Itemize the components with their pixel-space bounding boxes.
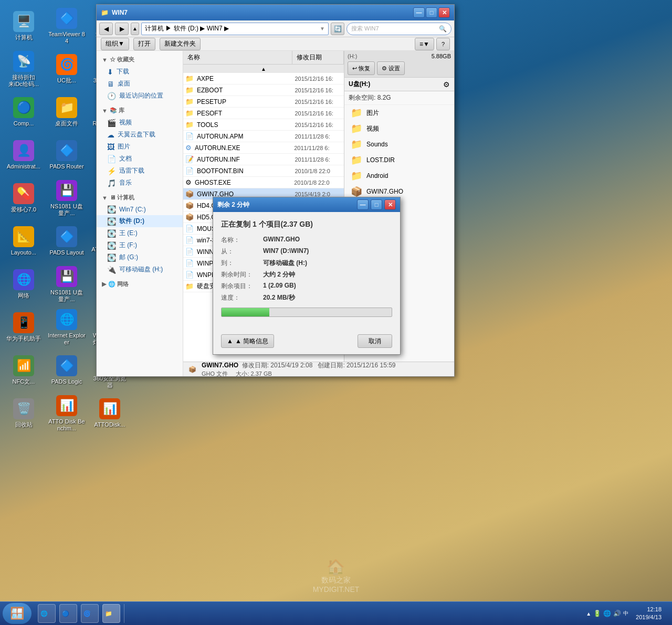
explorer-minimize-button[interactable]: — xyxy=(413,7,425,18)
explorer-maximize-button[interactable]: □ xyxy=(426,7,437,18)
up-button[interactable]: ▲ xyxy=(131,23,139,35)
taskbar-explorer-button[interactable]: 📁 xyxy=(102,604,120,623)
open-button[interactable]: 打开 xyxy=(133,38,155,50)
toggle-details-button[interactable]: ▲ ▲ 简略信息 xyxy=(221,334,274,348)
desktop-icon-ie[interactable]: 🌐 Internet Explorer xyxy=(46,306,88,348)
desktop-icon-ns1081[interactable]: 💾 NS1081 U盘量产... xyxy=(46,177,88,219)
right-panel-item-lostdir[interactable]: 📁 LOST.DIR xyxy=(344,152,454,168)
desktop-icon-pads-router[interactable]: 🔷 PADS Router xyxy=(46,134,88,176)
desktop-icon-atto[interactable]: 📊 ATTO Disk Benchm... xyxy=(46,393,88,435)
col-date-label: 修改日期 xyxy=(297,53,322,62)
col-header-date[interactable]: 修改日期 xyxy=(292,51,344,64)
desktop-icon-compat[interactable]: 🔵 Comp... xyxy=(3,91,45,133)
sidebar-item-d-drive[interactable]: 💽 软件 (D:) xyxy=(97,215,183,227)
sidebar-item-h-drive[interactable]: 🔌 可移动磁盘 (H:) xyxy=(97,263,183,276)
desktop-icon-recycle[interactable]: 🗑️ 回收站 xyxy=(3,393,45,435)
restore-label: 恢复 xyxy=(359,65,370,72)
col-name-label: 名称 xyxy=(187,53,200,62)
explorer-sidebar: ▼ ☆ 收藏夹 ⬇ 下载 🖥 桌面 🕐 最近访问的位置 xyxy=(97,51,183,376)
desktop-icon-huawei[interactable]: 📱 华为手机助手 xyxy=(3,306,45,348)
desktop-icon-aiyixin[interactable]: 💊 爱移心7.0 xyxy=(3,177,45,219)
sidebar-item-g-drive[interactable]: 💽 邮 (G:) xyxy=(97,251,183,263)
sidebar-item-thunder[interactable]: ⚡ 迅雷下载 xyxy=(97,165,183,177)
taskbar-uc-button[interactable]: 🌀 xyxy=(81,604,99,623)
desktop-icon-teamviewer2[interactable]: 🔷 TeamViewer 84 xyxy=(46,5,88,47)
file-row-tools[interactable]: 📁 TOOLS 2015/12/16 16: xyxy=(183,119,344,131)
file-row-ezboot[interactable]: 📁 EZBOOT 2015/12/16 16: xyxy=(183,84,344,96)
right-panel-item-android[interactable]: 📁 Android xyxy=(344,168,454,184)
file-row-autorun-exe[interactable]: ⚙ AUTORUN.EXE 2011/11/28 6: xyxy=(183,142,344,154)
copy-to-row: 到： 可移动磁盘 (H:) xyxy=(221,259,392,268)
desktop-icon-atto-disk2[interactable]: 📊 ATTODisk... xyxy=(89,393,131,435)
settings-button[interactable]: ⚙ 设置 xyxy=(377,61,405,75)
organize-button[interactable]: 组织▼ xyxy=(101,38,129,50)
desktop-icon-admin[interactable]: 👤 Administrat... xyxy=(3,134,45,176)
copy-dialog-maximize-button[interactable]: □ xyxy=(371,199,382,210)
scroll-up-button[interactable]: ▲ xyxy=(183,65,344,73)
start-button[interactable]: 🪟 xyxy=(3,603,32,624)
desktop-icon-teamviewer[interactable]: 📡 接待折扣来iDc给码... xyxy=(3,48,45,90)
col-header-name[interactable]: 名称 xyxy=(183,51,292,64)
sidebar-item-recent[interactable]: 🕐 最近访问的位置 xyxy=(97,90,183,102)
desktop-icon-layouto[interactable]: 📐 Layouto... xyxy=(3,220,45,262)
docs-label: 文档 xyxy=(119,154,132,163)
forward-button[interactable]: ▶ xyxy=(115,23,129,35)
file-row-autorun-apm[interactable]: 📄 AUTORUN.APM 2011/11/28 6: xyxy=(183,131,344,142)
desktop-icon-folder[interactable]: 📁 桌面文件 xyxy=(46,91,88,133)
network-nav-header[interactable]: ▶ 🌐 网络 xyxy=(97,278,183,290)
tray-hide-icon[interactable]: ▲ xyxy=(586,611,591,617)
restore-button[interactable]: ↩ 恢复 xyxy=(348,61,375,75)
copy-remaining-row: 剩余项目： 1 (2.09 GB) xyxy=(221,282,392,291)
sidebar-item-e-drive[interactable]: 💽 王 (E:) xyxy=(97,227,183,239)
file-row-pesoft[interactable]: 📁 PESOFT 2015/12/16 16: xyxy=(183,108,344,119)
search-bar[interactable]: 搜索 WIN7 🔍 xyxy=(346,23,452,35)
desktop-nav-icon: 🖥 xyxy=(107,80,114,88)
sidebar-item-music[interactable]: 🎵 音乐 xyxy=(97,177,183,189)
desktop-icon-computer[interactable]: 🖥️ 计算机 xyxy=(3,5,45,47)
sidebar-item-download[interactable]: ⬇ 下载 xyxy=(97,66,183,78)
views-button[interactable]: ≡▼ xyxy=(415,38,434,50)
copy-dialog-minimize-button[interactable]: — xyxy=(357,199,369,210)
sidebar-item-desktop[interactable]: 🖥 桌面 xyxy=(97,78,183,90)
library-header[interactable]: ▼ 📚 库 xyxy=(97,104,183,116)
favorites-header[interactable]: ▼ ☆ 收藏夹 xyxy=(97,54,183,66)
desktop-icon-nfc[interactable]: 📶 NFC文... xyxy=(3,349,45,391)
file-date-bootfont: 2010/1/8 22:0 xyxy=(295,168,342,174)
right-panel-item-sounds[interactable]: 📁 Sounds xyxy=(344,136,454,152)
tray-volume-icon[interactable]: 🔊 xyxy=(613,610,621,617)
file-row-autorun-inf[interactable]: 📝 AUTORUN.INF 2011/11/28 6: xyxy=(183,154,344,165)
desktop-icon-uc[interactable]: 🌀 UC批... xyxy=(46,48,88,90)
explorer-nav-toolbar: ◀ ▶ ▲ 计算机 ▶ 软件 (D:) ▶ WIN7 ▶ ▼ 🔄 搜索 WIN7… xyxy=(97,20,454,37)
taskbar-clock[interactable]: 12:18 2019/4/13 xyxy=(631,606,667,622)
file-name-axpe: AXPE xyxy=(197,75,295,82)
file-row-ghost[interactable]: ⚙ GHOST.EXE 2010/1/8 22:0 xyxy=(183,177,344,188)
explorer-close-button[interactable]: ✕ xyxy=(438,7,450,18)
sidebar-item-cloud[interactable]: ☁ 天翼云盘下载 xyxy=(97,129,183,141)
sidebar-item-f-drive[interactable]: 💽 王 (F:) xyxy=(97,239,183,251)
help-button[interactable]: ? xyxy=(436,38,450,50)
back-button[interactable]: ◀ xyxy=(99,23,113,35)
desktop-icon-network[interactable]: 🌐 网络 xyxy=(3,263,45,305)
file-row-pesetup[interactable]: 📁 PESETUP 2015/12/16 16: xyxy=(183,96,344,108)
sidebar-item-video[interactable]: 🎬 视频 xyxy=(97,116,183,129)
right-panel-item-pictures[interactable]: 📁 图片 xyxy=(344,105,454,121)
taskbar-360-button[interactable]: 🔵 xyxy=(59,604,77,623)
sidebar-item-c-drive[interactable]: 💽 Win7 (C:) xyxy=(97,204,183,215)
right-panel-item-video[interactable]: 📁 视频 xyxy=(344,121,454,136)
taskbar-ie-button[interactable]: 🌐 xyxy=(38,604,56,623)
desktop-icon-ns1081-2[interactable]: 💾 NS1081 U盘量产... xyxy=(46,263,88,305)
address-bar[interactable]: 计算机 ▶ 软件 (D:) ▶ WIN7 ▶ ▼ xyxy=(141,23,329,35)
file-row-axpe[interactable]: 📁 AXPE 2015/12/16 16: xyxy=(183,73,344,84)
file-date-gwin7: 2015/4/19 2:0 xyxy=(295,191,342,197)
desktop-icon-pads-layout[interactable]: 🔷 PADS Layout xyxy=(46,220,88,262)
sidebar-item-pictures[interactable]: 🖼 图片 xyxy=(97,141,183,153)
file-row-bootfont[interactable]: 📄 BOOTFONT.BIN 2010/1/8 22:0 xyxy=(183,165,344,177)
refresh-button[interactable]: 🔄 xyxy=(331,23,344,35)
desktop-icon-pads-logic[interactable]: 🔷 PADS Logic xyxy=(46,349,88,391)
new-folder-button[interactable]: 新建文件夹 xyxy=(160,38,201,50)
copy-dialog-close-button[interactable]: ✕ xyxy=(384,199,396,210)
cancel-button[interactable]: 取消 xyxy=(358,334,392,348)
computer-nav-header[interactable]: ▼ 🖥 计算机 xyxy=(97,192,183,204)
sidebar-item-docs[interactable]: 📄 文档 xyxy=(97,153,183,165)
udisk-gear-icon[interactable]: ⚙ xyxy=(443,80,450,89)
